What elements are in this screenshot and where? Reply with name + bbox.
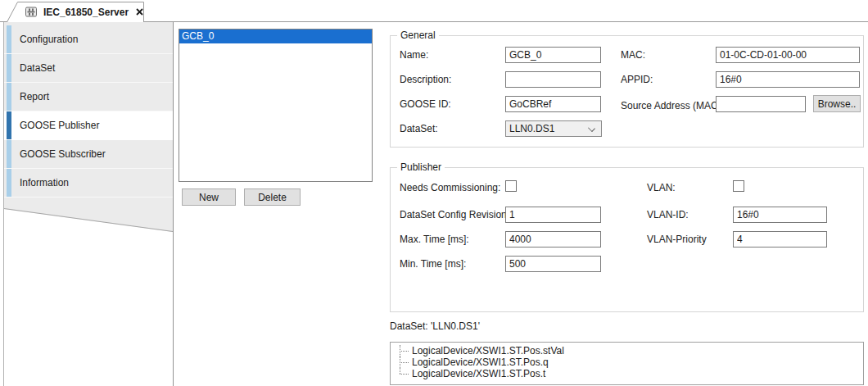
appid-label: APPID: [621,74,653,85]
vlan-priority-label: VLAN-Priority [647,234,707,245]
name-input[interactable] [505,47,601,63]
mac-input[interactable] [716,47,860,63]
tab-iec-61850-server[interactable]: IEC_61850_Server [7,2,144,22]
sidebar-item-report[interactable]: Report [4,83,173,111]
sidebar-item-label: Report [20,91,49,102]
goose-id-input[interactable] [505,96,601,112]
mac-label: MAC: [621,49,645,61]
dataset-combobox[interactable]: LLN0.DS1 [505,120,602,137]
dataset-entry[interactable]: LogicalDevice/XSWI1.ST.Pos.t [391,368,863,379]
iec61850-editor-window: IEC_61850_Server Configuration DataSet R… [0,0,868,386]
sidebar-item-configuration[interactable]: Configuration [4,25,173,54]
sidebar-item-information[interactable]: Information [4,169,173,198]
tab-accent-bar [7,83,11,111]
sidebar-item-label: Configuration [20,34,78,45]
appid-input[interactable] [716,71,860,88]
tab-accent-bar [7,25,11,53]
dataset-entry[interactable]: LogicalDevice/XSWI1.ST.Pos.stVal [391,345,863,356]
vlan-priority-input[interactable] [733,231,827,247]
sidebar-item-dataset[interactable]: DataSet [4,54,173,83]
vlan-checkbox[interactable] [733,180,744,192]
dataset-label: DataSet: [400,123,438,134]
min-time-label: Min. Time [ms]: [400,258,466,270]
gcb-listbox[interactable]: GCB_0 [179,29,373,182]
tab-accent-bar [7,54,11,82]
publisher-legend: Publisher [397,161,445,173]
panel-right-border [173,22,174,386]
dataset-config-revision-input[interactable] [505,207,601,223]
dataset-detail-title: DataSet: 'LLN0.DS1' [390,320,480,332]
sidebar-item-label: Information [20,177,69,188]
name-label: Name: [400,49,428,61]
sidebar-item-label: GOOSE Publisher [20,120,99,131]
dataset-combobox-value: LLN0.DS1 [509,123,554,134]
dataset-config-revision-label: DataSet Config Revision: [400,209,509,220]
goose-id-label: GOOSE ID: [400,98,451,110]
category-tab-list: Configuration DataSet Report GOOSE Publi… [4,22,173,232]
needs-commissioning-checkbox[interactable] [505,180,517,192]
vlan-id-label: VLAN-ID: [647,209,689,220]
general-legend: General [397,30,439,41]
vlan-id-input[interactable] [733,207,827,223]
description-label: Description: [400,74,451,85]
description-input[interactable] [505,71,601,88]
tab-accent-bar [7,140,11,168]
source-address-input[interactable] [716,96,806,112]
network-device-icon [25,6,38,18]
tab-accent-bar [7,111,11,139]
tab-title: IEC_61850_Server [43,7,129,18]
min-time-input[interactable] [505,256,601,272]
list-item[interactable]: GCB_0 [179,30,372,43]
delete-button[interactable]: Delete [244,188,301,206]
needs-commissioning-label: Needs Commissioning: [400,182,500,193]
new-button[interactable]: New [182,188,236,206]
dataset-entry[interactable]: LogicalDevice/XSWI1.ST.Pos.q [391,356,863,368]
tab-accent-bar [7,169,11,197]
sidebar-item-label: GOOSE Subscriber [20,148,106,160]
max-time-label: Max. Time [ms]: [400,234,469,245]
source-address-label: Source Address (MAC): [621,100,724,111]
close-icon[interactable] [136,8,143,16]
sidebar-item-goose-publisher[interactable]: GOOSE Publisher [4,111,173,140]
sidebar-item-label: DataSet [20,62,55,74]
max-time-input[interactable] [505,231,601,247]
chevron-down-icon [588,125,595,132]
browse-button[interactable]: Browse.. [813,95,861,112]
vlan-label: VLAN: [647,182,676,193]
panel-left-border [3,22,4,386]
dataset-entries-tree[interactable]: LogicalDevice/XSWI1.ST.Pos.stVal Logical… [390,342,864,385]
sidebar-item-goose-subscriber[interactable]: GOOSE Subscriber [4,140,173,169]
